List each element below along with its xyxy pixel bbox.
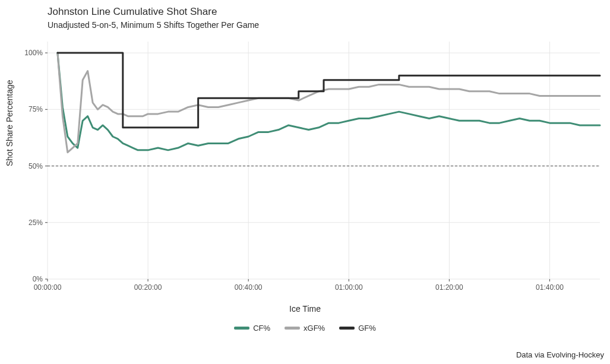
legend: CF% xGF% GF% — [0, 324, 610, 333]
svg-text:00:00:00: 00:00:00 — [34, 283, 62, 292]
svg-text:01:20:00: 01:20:00 — [435, 283, 463, 292]
legend-swatch-gf — [339, 327, 355, 330]
legend-item-cf: CF% — [234, 324, 270, 333]
svg-text:01:00:00: 01:00:00 — [335, 283, 363, 292]
svg-text:00:20:00: 00:20:00 — [134, 283, 162, 292]
legend-swatch-xgf — [285, 327, 300, 330]
legend-item-xgf: xGF% — [285, 324, 325, 333]
legend-swatch-cf — [234, 327, 249, 330]
svg-text:0%: 0% — [33, 275, 43, 283]
svg-text:25%: 25% — [29, 219, 43, 227]
svg-text:75%: 75% — [29, 105, 43, 113]
svg-text:01:40:00: 01:40:00 — [536, 283, 564, 292]
svg-text:100%: 100% — [24, 49, 43, 57]
svg-text:50%: 50% — [29, 162, 43, 170]
svg-text:00:40:00: 00:40:00 — [235, 283, 263, 292]
legend-label-cf: CF% — [253, 324, 270, 333]
chart-container: Johnston Line Cumulative Shot Share Unad… — [0, 0, 610, 364]
plot-area: 0%25%50%75%100%00:00:0000:20:0000:40:000… — [0, 0, 610, 364]
legend-label-xgf: xGF% — [304, 324, 325, 333]
legend-label-gf: GF% — [358, 324, 376, 333]
legend-item-gf: GF% — [339, 324, 376, 333]
